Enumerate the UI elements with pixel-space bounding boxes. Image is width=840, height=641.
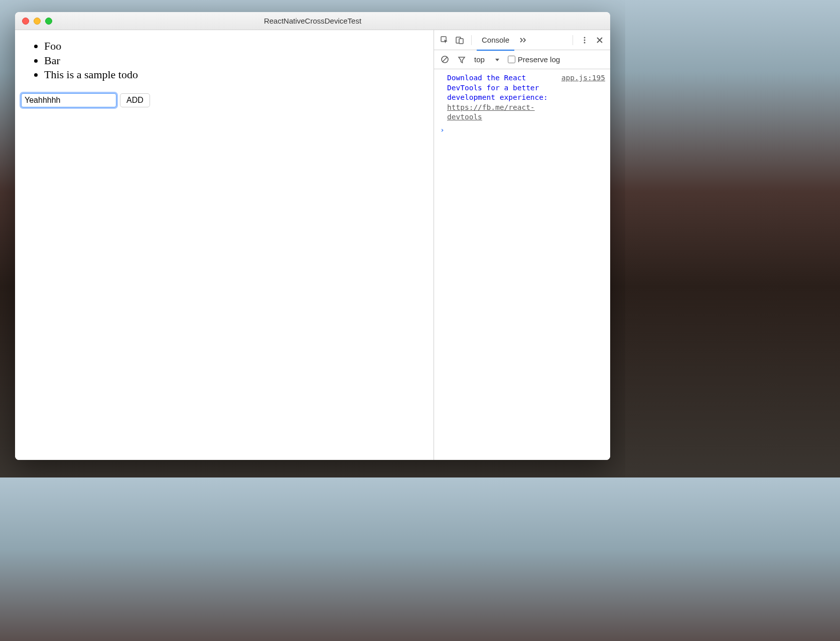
todo-item: Foo bbox=[44, 39, 429, 54]
preserve-log-label: Preserve log bbox=[518, 55, 560, 64]
window-titlebar[interactable]: ReactNativeCrossDeviceTest bbox=[15, 12, 610, 30]
app-content-pane: Foo Bar This is a sample todo ADD bbox=[15, 30, 434, 460]
todo-input-row: ADD bbox=[20, 93, 429, 107]
preserve-log-input[interactable] bbox=[508, 56, 515, 63]
devtools-filter-bar: top Preserve log bbox=[434, 50, 610, 69]
console-source-link[interactable]: app.js:195 bbox=[562, 73, 605, 83]
minimize-window-button[interactable] bbox=[34, 18, 41, 25]
execution-context-selector[interactable]: top bbox=[472, 55, 487, 64]
close-window-button[interactable] bbox=[22, 18, 29, 25]
add-button[interactable]: ADD bbox=[120, 93, 150, 107]
preserve-log-checkbox[interactable]: Preserve log bbox=[508, 55, 560, 64]
devtools-header: Console bbox=[434, 30, 610, 50]
console-prompt-icon[interactable]: › bbox=[439, 122, 605, 135]
svg-point-4 bbox=[584, 39, 586, 41]
todo-list: Foo Bar This is a sample todo bbox=[44, 39, 429, 82]
svg-rect-2 bbox=[459, 39, 463, 44]
window-title: ReactNativeCrossDeviceTest bbox=[15, 17, 610, 25]
console-message: Download the React DevTools for a better… bbox=[447, 73, 556, 122]
close-devtools-icon[interactable] bbox=[593, 34, 606, 47]
window-body: Foo Bar This is a sample todo ADD bbox=[15, 30, 610, 460]
separator bbox=[573, 35, 573, 45]
filter-icon[interactable] bbox=[455, 53, 468, 66]
todo-item: This is a sample todo bbox=[44, 68, 429, 82]
device-toggle-icon[interactable] bbox=[453, 34, 466, 47]
dropdown-icon[interactable] bbox=[491, 53, 504, 66]
console-log-row: Download the React DevTools for a better… bbox=[439, 73, 605, 122]
todo-input[interactable] bbox=[21, 93, 116, 107]
console-body[interactable]: Download the React DevTools for a better… bbox=[434, 69, 610, 460]
traffic-lights bbox=[15, 18, 52, 25]
console-link[interactable]: https://fb.me/react-devtools bbox=[447, 103, 535, 121]
clear-console-icon[interactable] bbox=[438, 53, 451, 66]
svg-point-3 bbox=[584, 37, 586, 38]
maximize-window-button[interactable] bbox=[45, 18, 52, 25]
tab-console[interactable]: Console bbox=[477, 34, 514, 46]
kebab-menu-icon[interactable] bbox=[578, 34, 591, 47]
more-tabs-icon[interactable] bbox=[516, 34, 529, 47]
app-window: ReactNativeCrossDeviceTest Foo Bar This … bbox=[15, 12, 610, 460]
svg-point-5 bbox=[584, 42, 586, 43]
inspect-element-icon[interactable] bbox=[438, 34, 451, 47]
separator bbox=[471, 35, 472, 45]
devtools-pane: Console bbox=[434, 30, 610, 460]
todo-item: Bar bbox=[44, 54, 429, 68]
